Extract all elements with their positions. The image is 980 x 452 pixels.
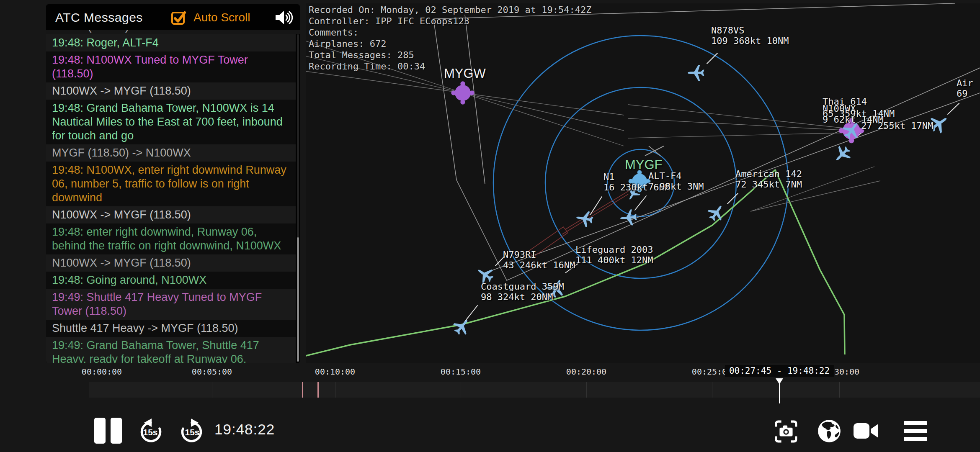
skip-forward-icon: 15s xyxy=(178,418,206,445)
scrollbar[interactable] xyxy=(297,34,299,362)
timeline-tick-label: 00:05:00 xyxy=(192,367,232,377)
timeline-event-mark xyxy=(317,382,319,398)
svg-text:15s: 15s xyxy=(143,427,157,437)
atc-message[interactable]: 19:48: Grand Bahama Tower, N100WX is 14 … xyxy=(46,100,296,144)
atc-panel-title: ATC Messages xyxy=(55,10,143,25)
checkbox-checked-icon xyxy=(171,10,187,26)
screenshot-icon xyxy=(774,419,798,444)
timeline-segment-divider xyxy=(839,382,840,398)
timeline-segment-divider xyxy=(461,382,461,398)
atc-message[interactable]: N100WX -> MYGF (118.50) xyxy=(46,82,296,100)
screenshot-button[interactable] xyxy=(774,419,798,445)
timeline-segment-divider xyxy=(212,382,212,398)
atc-panel-header: ATC Messages Auto Scroll xyxy=(46,4,300,30)
atc-message-list[interactable]: 19:48: Roger, ALT-F419:48: N100WX Tuned … xyxy=(46,34,296,363)
aircraft-label: Coastguard 359M98 324kt 20NM xyxy=(481,281,564,302)
globe-icon xyxy=(817,419,842,444)
svg-text:15s: 15s xyxy=(185,427,199,437)
record-video-button[interactable] xyxy=(854,422,879,442)
aircraft-label: American 14272 345kt 7NM xyxy=(735,169,802,190)
atc-message[interactable]: MYGF (118.50) -> N100WX xyxy=(46,144,296,162)
atc-message[interactable]: 19:48: Going around, N100WX xyxy=(46,272,296,289)
radar-display[interactable]: Recorded On: Monday, 02 September 2019 a… xyxy=(306,3,980,363)
clipped-previous-message: MYGF (118.50) -> N100WX xyxy=(46,30,300,34)
menu-button[interactable] xyxy=(904,421,928,444)
atc-message[interactable]: 19:48: enter right downwind, Runway 06, … xyxy=(46,223,296,254)
timeline-event-mark xyxy=(302,382,303,398)
skip-back-15s-button[interactable]: 15s xyxy=(137,418,164,447)
timeline-tick-label: 00:15:00 xyxy=(441,367,481,377)
aircraft-label: Lifeguard 2003111 400kt 12NM xyxy=(575,244,653,265)
atc-message[interactable]: N100WX -> MYGF (118.50) xyxy=(46,206,296,223)
atc-message[interactable]: Shuttle 417 Heavy -> MYGF (118.50) xyxy=(46,320,296,337)
auto-scroll-checkbox[interactable]: Auto Scroll xyxy=(171,10,250,26)
atc-message[interactable]: 19:48: N100WX Tuned to MYGF Tower (118.5… xyxy=(46,51,296,82)
app: ATC Messages Auto Scroll MYGF (118.50) -… xyxy=(0,0,980,452)
timeline-tick-label: 00:00:00 xyxy=(82,367,122,377)
atc-message[interactable]: 19:49: Shuttle 417 Heavy Tuned to MYGF T… xyxy=(46,289,296,320)
atc-message[interactable]: 19:48: N100WX, enter right downwind Runw… xyxy=(46,162,296,206)
timeline-current-position: 00:27:45 - 19:48:22 xyxy=(725,365,834,377)
aircraft-label: Air69 xyxy=(957,78,973,99)
airport-label-mygw: MYGW xyxy=(444,66,486,81)
timeline-segment-divider xyxy=(712,382,712,398)
skip-back-icon: 15s xyxy=(137,418,164,445)
pause-button[interactable] xyxy=(94,418,122,444)
atc-message[interactable]: 19:48: Roger, ALT-F4 xyxy=(46,34,296,51)
speaker-icon[interactable] xyxy=(274,10,293,27)
pause-icon xyxy=(94,418,106,444)
timeline-tick-label: 00:10:00 xyxy=(315,367,355,377)
playback-bar: 00:00:0000:05:0000:10:0000:15:0000:20:00… xyxy=(0,363,980,452)
video-camera-icon xyxy=(854,422,879,440)
pause-icon xyxy=(111,418,122,444)
playhead-line xyxy=(779,383,780,403)
aircraft-label: N878VS109 368kt 10NM xyxy=(711,25,789,46)
atc-message[interactable]: 19:49: Grand Bahama Tower, Shuttle 417 H… xyxy=(46,337,296,363)
hamburger-menu-icon xyxy=(904,421,928,442)
timeline-tick-label: 00:20:00 xyxy=(566,367,606,377)
airport-label-mygf: MYGF xyxy=(625,157,663,172)
atc-messages-panel: ATC Messages Auto Scroll MYGF (118.50) -… xyxy=(46,4,300,363)
current-time-display: 19:48:22 xyxy=(214,421,275,438)
aircraft-label: ALT-F47 98kt 3NM xyxy=(648,171,704,192)
timeline-track[interactable] xyxy=(89,382,980,398)
aircraft-label: 27 255kt 17NM xyxy=(861,121,933,131)
aircraft-label: N793RI43 246kt 16NM xyxy=(503,249,575,270)
timeline-segment-divider xyxy=(335,382,335,398)
timeline-segment-divider xyxy=(586,382,587,398)
scrollbar-thumb[interactable] xyxy=(297,237,299,362)
timeline-playhead[interactable] xyxy=(776,378,783,403)
skip-forward-15s-button[interactable]: 15s xyxy=(178,418,206,447)
globe-button[interactable] xyxy=(817,419,842,445)
auto-scroll-label: Auto Scroll xyxy=(193,11,250,24)
atc-message[interactable]: N100WX -> MYGF (118.50) xyxy=(46,254,296,272)
radar-labels-layer: N878VS109 368kt 10NMAir69Thai 614N100WX6… xyxy=(306,3,980,363)
